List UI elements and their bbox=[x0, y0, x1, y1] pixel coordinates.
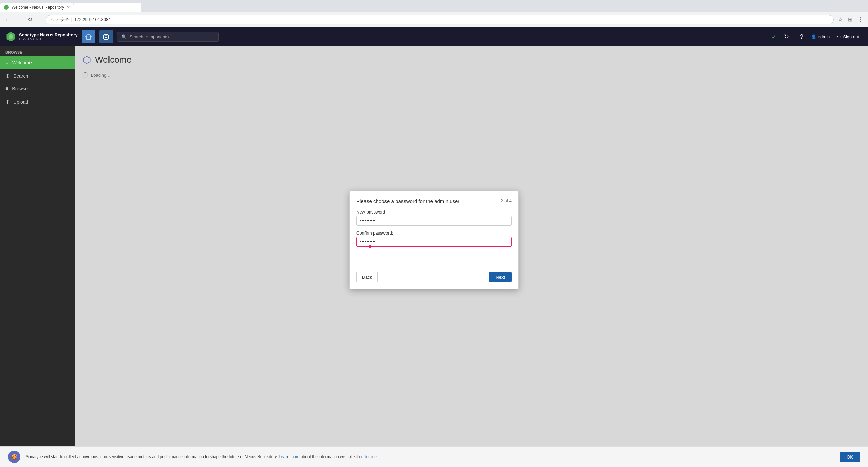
cookie-text-middle: about the information we collect or bbox=[301, 454, 363, 459]
back-button[interactable]: Back bbox=[356, 272, 378, 282]
ok-button[interactable]: OK bbox=[840, 452, 860, 462]
cookie-banner: 🍪 Sonatype will start to collect anonymo… bbox=[0, 446, 868, 467]
confirm-password-label: Confirm password: bbox=[356, 230, 512, 236]
dialog-header: Please choose a password for the admin u… bbox=[356, 198, 512, 204]
refresh-button[interactable]: ↻ bbox=[26, 15, 34, 24]
extensions-button[interactable]: ⊞ bbox=[846, 15, 854, 24]
address-url: 172.29.9.101:8081 bbox=[74, 17, 111, 22]
dialog-step: 2 of 4 bbox=[500, 198, 512, 203]
new-password-input[interactable] bbox=[356, 216, 512, 226]
new-tab-button[interactable]: + bbox=[74, 3, 141, 12]
bookmark-button[interactable]: ☆ bbox=[836, 15, 845, 24]
confirm-password-input[interactable] bbox=[356, 237, 512, 247]
menu-button[interactable]: ⋮ bbox=[856, 15, 865, 24]
next-button[interactable]: Next bbox=[489, 272, 512, 282]
confirm-password-field: Confirm password: bbox=[356, 230, 512, 247]
learn-more-link[interactable]: Learn more bbox=[279, 454, 299, 459]
new-password-field: New password: bbox=[356, 209, 512, 226]
dialog-overlay: Please choose a password for the admin u… bbox=[0, 27, 868, 453]
error-indicator bbox=[369, 245, 371, 248]
address-separator: | bbox=[71, 17, 72, 22]
cookie-text-after: . bbox=[378, 454, 379, 459]
password-dialog: Please choose a password for the admin u… bbox=[349, 191, 519, 289]
decline-link[interactable]: decline bbox=[364, 454, 377, 459]
forward-button[interactable]: → bbox=[14, 15, 24, 24]
new-password-label: New password: bbox=[356, 209, 512, 215]
cookie-icon: 🍪 bbox=[8, 451, 20, 463]
cookie-text-before: Sonatype will start to collect anonymous… bbox=[26, 454, 278, 459]
tab-close-button[interactable]: × bbox=[67, 5, 70, 10]
security-warning-icon: ⚠ bbox=[50, 17, 54, 22]
browser-tab[interactable]: Welcome - Nexus Repository × bbox=[0, 3, 74, 12]
home-button[interactable]: ⌂ bbox=[36, 15, 44, 24]
cookie-text: Sonatype will start to collect anonymous… bbox=[26, 454, 834, 459]
address-warning-text: 不安全 bbox=[56, 17, 69, 23]
tab-favicon bbox=[4, 5, 9, 10]
tab-title: Welcome - Nexus Repository bbox=[12, 5, 64, 10]
back-button[interactable]: ← bbox=[3, 15, 12, 24]
toolbar-actions: ☆ ⊞ ⋮ bbox=[836, 15, 865, 24]
dialog-footer: Back Next bbox=[356, 272, 512, 282]
address-bar[interactable]: ⚠ 不安全 | 172.29.9.101:8081 bbox=[46, 15, 834, 24]
browser-toolbar: ← → ↻ ⌂ ⚠ 不安全 | 172.29.9.101:8081 ☆ ⊞ ⋮ bbox=[0, 12, 868, 27]
dialog-title: Please choose a password for the admin u… bbox=[356, 198, 459, 204]
